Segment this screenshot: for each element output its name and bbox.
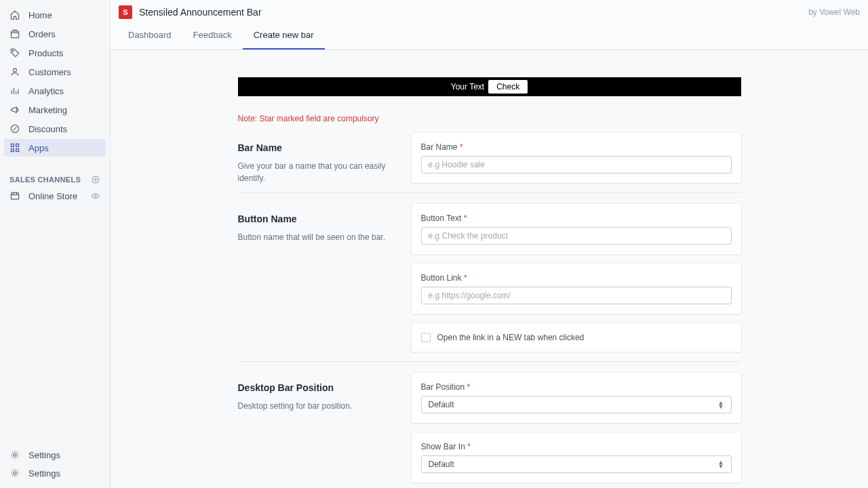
checkbox-label: Open the link in a NEW tab when clicked (437, 333, 585, 342)
add-channel-icon[interactable] (91, 175, 100, 184)
section-desc: Button name that will be seen on the bar… (238, 231, 398, 243)
bar-position-select[interactable]: Default ▲▼ (421, 396, 732, 413)
required-note: Note: Star marked field are compulsory (238, 114, 741, 123)
svg-rect-7 (16, 149, 19, 152)
card-show-bar-in: Show Bar In * Default ▲▼ (412, 432, 741, 483)
sidebar-item-label: Orders (28, 29, 56, 39)
bar-name-label: Bar Name * (421, 142, 732, 152)
tab-feedback[interactable]: Feedback (182, 23, 243, 49)
sidebar-item-discounts[interactable]: Discounts (4, 120, 106, 138)
byline: by Vowel Web (808, 7, 860, 17)
svg-point-2 (14, 68, 17, 72)
card-button-text: Button Text * (412, 204, 741, 254)
sales-channels-header: SALES CHANNELS (4, 169, 106, 187)
sidebar-item-customers[interactable]: Customers (4, 63, 106, 81)
form-content: Your Text Check Note: Star marked field … (111, 50, 868, 488)
show-bar-in-label: Show Bar In * (421, 442, 732, 451)
section-desc: Give your bar a name that you can easily… (238, 160, 398, 184)
analytics-icon (9, 85, 20, 96)
eye-icon[interactable] (91, 191, 100, 201)
tab-dashboard[interactable]: Dashboard (117, 23, 182, 49)
gear-icon (9, 449, 20, 460)
sales-channels-label: SALES CHANNELS (9, 176, 81, 184)
preview-bar: Your Text Check (238, 77, 741, 96)
sidebar: Home Orders Products Customers Analytics… (0, 0, 110, 488)
select-value: Default (429, 400, 454, 409)
new-tab-checkbox[interactable] (421, 333, 431, 342)
button-text-label: Button Text * (421, 214, 732, 223)
select-value: Default (429, 460, 454, 469)
show-bar-in-select[interactable]: Default ▲▼ (421, 455, 732, 473)
preview-text: Your Text (451, 82, 484, 92)
app-title-text: Stensiled Announcement Bar (139, 7, 262, 18)
svg-rect-6 (11, 149, 14, 152)
section-title: Button Name (238, 214, 398, 224)
sidebar-item-products[interactable]: Products (4, 44, 106, 62)
apps-icon (9, 142, 20, 153)
sidebar-item-label: Settings (28, 450, 60, 460)
svg-point-9 (95, 195, 97, 197)
tab-create-new-bar[interactable]: Create new bar (243, 23, 325, 49)
customers-icon (9, 66, 20, 77)
app-logo-icon: S (119, 5, 132, 19)
button-text-input[interactable] (421, 227, 732, 245)
tag-icon (9, 47, 20, 58)
sidebar-item-label: Apps (28, 143, 49, 153)
bar-position-label: Bar Position * (421, 382, 732, 392)
chevron-updown-icon: ▲▼ (718, 401, 724, 409)
section-title: Bar Name (238, 142, 398, 153)
section-bar-name: Bar Name Give your bar a name that you c… (238, 133, 741, 193)
sidebar-item-analytics[interactable]: Analytics (4, 82, 106, 100)
chevron-updown-icon: ▲▼ (718, 460, 724, 468)
store-icon (9, 190, 20, 201)
tabs: Dashboard Feedback Create new bar (111, 23, 868, 50)
sidebar-item-settings-1[interactable]: Settings (4, 446, 106, 464)
button-link-label: Button Link * (421, 273, 732, 283)
sidebar-item-label: Discounts (28, 124, 67, 134)
sidebar-item-label: Products (28, 48, 63, 58)
discount-icon (9, 123, 20, 134)
gear-icon (9, 468, 20, 479)
sidebar-item-marketing[interactable]: Marketing (4, 101, 106, 119)
svg-point-1 (12, 50, 14, 52)
card-bar-name: Bar Name * (412, 133, 741, 183)
bar-name-input[interactable] (421, 156, 732, 174)
preview-button[interactable]: Check (488, 80, 528, 94)
section-button-name: Button Name Button name that will be see… (238, 204, 741, 362)
svg-point-11 (14, 472, 16, 474)
sidebar-item-label: Marketing (28, 105, 67, 115)
sidebar-item-orders[interactable]: Orders (4, 25, 106, 43)
channel-label: Online Store (28, 191, 77, 201)
main-content: S Stensiled Announcement Bar by Vowel We… (110, 0, 868, 488)
sidebar-item-label: Customers (28, 67, 71, 77)
channel-online-store[interactable]: Online Store (4, 187, 106, 205)
sidebar-item-label: Analytics (28, 86, 64, 96)
section-desc: Desktop setting for bar position. (238, 400, 398, 412)
app-title: S Stensiled Announcement Bar (119, 5, 262, 19)
svg-rect-0 (11, 31, 18, 38)
button-link-input[interactable] (421, 287, 732, 304)
sidebar-item-label: Home (28, 10, 52, 20)
card-button-link: Button Link * (412, 264, 741, 314)
home-icon (9, 9, 20, 20)
section-title: Desktop Bar Position (238, 382, 398, 393)
megaphone-icon (9, 104, 20, 115)
orders-icon (9, 28, 20, 39)
svg-rect-5 (16, 144, 19, 146)
card-bar-position: Bar Position * Default ▲▼ (412, 373, 741, 423)
svg-rect-4 (11, 144, 14, 146)
section-bar-position: Desktop Bar Position Desktop setting for… (238, 373, 741, 488)
sidebar-item-settings-2[interactable]: Settings (4, 464, 106, 482)
topbar: S Stensiled Announcement Bar by Vowel We… (111, 0, 868, 23)
sidebar-item-label: Settings (28, 468, 60, 479)
sidebar-item-apps[interactable]: Apps (4, 139, 106, 157)
sidebar-item-home[interactable]: Home (4, 6, 106, 24)
svg-point-10 (14, 453, 16, 456)
card-new-tab: Open the link in a NEW tab when clicked (412, 323, 741, 352)
